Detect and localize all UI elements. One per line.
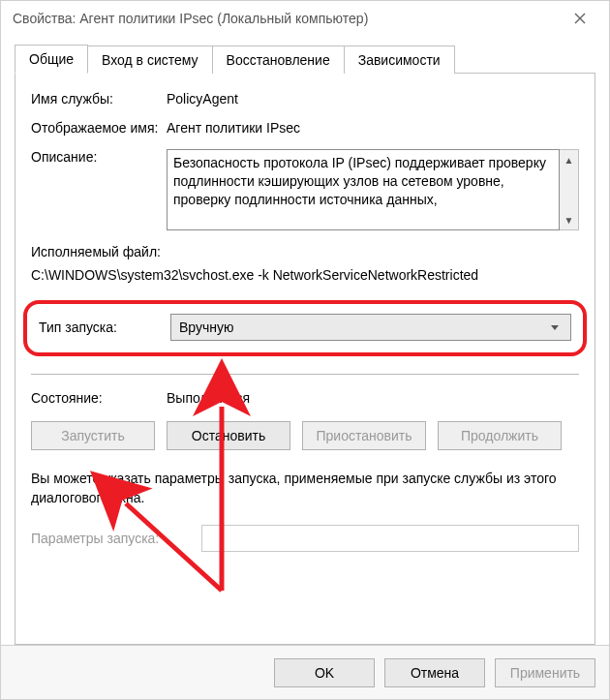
service-name-value: PolicyAgent [167,91,579,107]
status-label: Состояние: [31,390,167,406]
tab-logon[interactable]: Вход в систему [87,46,213,74]
description-label: Описание: [31,149,167,165]
chevron-down-icon [547,321,563,333]
svg-marker-2 [551,325,559,330]
startup-params-input[interactable] [201,525,579,552]
scroll-down-icon[interactable]: ▼ [560,210,578,229]
status-value: Выполняется [167,390,250,406]
ok-button[interactable]: OK [274,658,375,687]
display-name-label: Отображаемое имя: [31,120,167,136]
executable-path: C:\WINDOWS\system32\svchost.exe -k Netwo… [31,267,579,283]
window-title: Свойства: Агент политики IPsec (Локальны… [13,11,561,26]
close-button[interactable] [561,5,599,32]
display-name-value: Агент политики IPsec [167,120,579,136]
tab-strip: Общие Вход в систему Восстановление Зави… [15,44,595,73]
pause-button[interactable]: Приостановить [302,421,426,450]
startup-params-label: Параметры запуска: [31,531,201,546]
tab-recovery[interactable]: Восстановление [212,46,345,74]
properties-dialog: Свойства: Агент политики IPsec (Локальны… [0,0,610,700]
tab-panel-general: Имя службы: PolicyAgent Отображаемое имя… [15,73,595,645]
tab-general[interactable]: Общие [15,45,88,74]
resume-button[interactable]: Продолжить [438,421,562,450]
startup-params-hint: Вы можете указать параметры запуска, при… [31,470,579,507]
description-text[interactable]: Безопасность протокола IP (IPsec) поддер… [167,149,560,230]
startup-type-label: Тип запуска: [39,320,170,335]
titlebar: Свойства: Агент политики IPsec (Локальны… [1,1,609,36]
close-icon [574,13,586,24]
service-control-buttons: Запустить Остановить Приостановить Продо… [31,421,579,450]
stop-button[interactable]: Остановить [167,421,290,450]
start-button[interactable]: Запустить [31,421,155,450]
executable-label: Исполняемый файл: [31,244,579,259]
cancel-button[interactable]: Отмена [384,658,485,687]
startup-type-highlight: Тип запуска: Вручную [23,300,587,356]
startup-type-value: Вручную [179,320,547,335]
dialog-footer: OK Отмена Применить [1,645,609,699]
tab-dependencies[interactable]: Зависимости [344,46,455,74]
startup-type-select[interactable]: Вручную [170,314,571,341]
service-name-label: Имя службы: [31,91,167,107]
client-area: Общие Вход в систему Восстановление Зави… [1,36,609,645]
description-scrollbar[interactable]: ▲ ▼ [560,149,579,230]
apply-button[interactable]: Применить [495,658,595,687]
divider [31,374,579,375]
scroll-up-icon[interactable]: ▲ [560,150,578,169]
